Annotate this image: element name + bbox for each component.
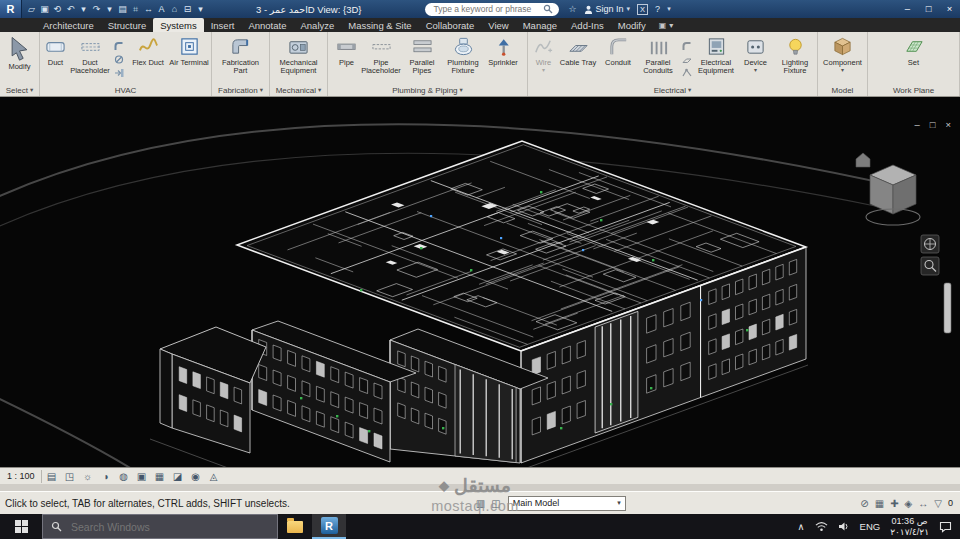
modify-button[interactable]: Modify (1, 33, 38, 85)
crop-view-icon[interactable]: ▣ (134, 469, 150, 483)
print-icon[interactable]: ▤ (116, 2, 129, 16)
help-dropdown-icon[interactable]: ▾ (667, 5, 671, 13)
tab-annotate[interactable]: Annotate (241, 18, 293, 32)
sprinkler-button[interactable]: Sprinkler (484, 33, 522, 85)
tab-systems[interactable]: Systems (153, 18, 203, 32)
cable-tray-button[interactable]: Cable Tray (558, 33, 598, 85)
exchange-apps-icon[interactable]: X (637, 4, 648, 15)
parallel-conduits-button[interactable]: Parallel Conduits (638, 33, 678, 85)
help-search-input[interactable] (431, 3, 539, 15)
undo-dropdown-icon[interactable]: ▾ (77, 2, 90, 16)
wire-button[interactable]: Wire▾ (530, 33, 557, 85)
reveal-hidden-elements-icon[interactable]: ◉ (188, 469, 204, 483)
set-button[interactable]: Set (903, 33, 925, 85)
select-links-icon[interactable]: ⊘ (860, 498, 868, 509)
select-underlay-elements-icon[interactable]: ▦ (875, 498, 884, 509)
language-indicator[interactable]: ENG (860, 521, 881, 532)
hidden-icons-chevron[interactable]: ∧ (798, 521, 805, 532)
sync-with-central-icon[interactable]: ⟲ (51, 2, 64, 16)
binoculars-search-icon[interactable] (543, 4, 553, 14)
undo-icon[interactable]: ↶ (64, 2, 77, 16)
shadows-icon[interactable]: ◑ (98, 469, 114, 483)
temporary-hide-isolate-icon[interactable]: ◪ (170, 469, 186, 483)
render-icon[interactable]: ◍ (116, 469, 132, 483)
view-close-button[interactable]: × (945, 119, 951, 130)
file-explorer-taskbar-button[interactable] (278, 514, 312, 539)
drag-elements-on-selection-icon[interactable]: ↔ (918, 498, 928, 509)
taskbar-search-box[interactable] (42, 514, 278, 539)
revit-app-button[interactable]: R (0, 0, 22, 18)
text-icon[interactable]: A (155, 2, 168, 16)
visual-style-icon[interactable]: ◳ (62, 469, 78, 483)
panel-electrical-label[interactable]: Electrical▾ (528, 84, 817, 96)
duct-button[interactable]: Duct (42, 33, 69, 85)
view-minimize-button[interactable]: – (914, 119, 919, 130)
design-options-select[interactable]: Main Model▾ (508, 496, 626, 511)
minimize-button[interactable]: – (897, 0, 918, 18)
pipe-button[interactable]: Pipe (333, 33, 360, 85)
panel-fabrication-label[interactable]: Fabrication▾ (212, 84, 269, 96)
close-button[interactable]: × (939, 0, 960, 18)
viewcube[interactable] (856, 153, 920, 225)
show-crop-region-icon[interactable]: ▦ (152, 469, 168, 483)
pipe-placeholder-button[interactable]: Pipe Placeholder (361, 33, 401, 85)
ribbon-display-toggle[interactable]: ▣ ▾ (653, 21, 680, 32)
aligned-dimension-icon[interactable]: ↔ (142, 2, 155, 16)
open-icon[interactable]: ▱ (25, 2, 38, 16)
tab-manage[interactable]: Manage (516, 18, 564, 32)
maximize-button[interactable]: □ (918, 0, 939, 18)
sun-path-icon[interactable]: ☼ (80, 469, 96, 483)
flex-duct-button[interactable]: Flex Duct (128, 33, 168, 85)
redo-dropdown-icon[interactable]: ▾ (103, 2, 116, 16)
default-3d-view-icon[interactable]: ⌂ (168, 2, 181, 16)
drawing-area[interactable]: – □ × (0, 97, 960, 467)
scale-button[interactable]: 1 : 100 (3, 470, 42, 483)
viewport-scrollbar-thumb[interactable] (944, 283, 951, 333)
electrical-equipment-button[interactable]: Electrical Equipment (696, 33, 736, 85)
mechanical-equipment-button[interactable]: Mechanical Equipment (279, 33, 319, 85)
filter-icon[interactable]: ▽ (934, 498, 942, 509)
duct-placeholder-button[interactable]: Duct Placeholder (70, 33, 110, 85)
help-icon[interactable]: ? (655, 4, 660, 14)
fabrication-part-button[interactable]: Fabrication Part (221, 33, 261, 85)
panel-plumbing-label[interactable]: Plumbing & Piping▾ (328, 84, 527, 96)
lighting-fixture-button[interactable]: Lighting Fixture (775, 33, 815, 85)
conduit-fitting-icon[interactable] (681, 41, 693, 52)
revit-taskbar-button[interactable]: R (312, 514, 346, 539)
action-center-icon[interactable] (939, 521, 952, 533)
parallel-pipes-button[interactable]: Parallel Pipes (402, 33, 442, 85)
tab-insert[interactable]: Insert (204, 18, 242, 32)
select-pinned-elements-icon[interactable]: ✚ (890, 498, 898, 509)
star-favorites-icon[interactable]: ☆ (568, 4, 576, 14)
worksets-icon[interactable]: ▥ (476, 498, 485, 509)
taskbar-clock[interactable]: 01:36 ص ٢٠١٧/٤/٢١ (890, 516, 929, 538)
tab-architecture[interactable]: Architecture (36, 18, 101, 32)
tab-massing-site[interactable]: Massing & Site (341, 18, 418, 32)
duct-accessory-icon[interactable] (113, 54, 125, 65)
save-icon[interactable]: ▣ (38, 2, 51, 16)
cable-tray-fitting-icon[interactable] (681, 54, 693, 65)
volume-icon[interactable] (838, 521, 850, 532)
tab-structure[interactable]: Structure (101, 18, 154, 32)
panel-select-label[interactable]: Select▾ (0, 84, 39, 96)
start-button[interactable] (0, 514, 42, 539)
section-icon[interactable]: ⊟ (181, 2, 194, 16)
sign-in-button[interactable]: Sign In ▾ (584, 4, 631, 14)
conduit-button[interactable]: Conduit (599, 33, 637, 85)
design-options-icon[interactable]: ◫ (491, 498, 500, 509)
duct-fitting-icon[interactable] (113, 41, 125, 52)
customize-qat-icon[interactable]: ▾ (194, 2, 207, 16)
network-icon[interactable] (815, 521, 828, 532)
help-search-box[interactable] (425, 3, 559, 16)
select-elements-by-face-icon[interactable]: ◈ (905, 498, 913, 509)
tab-analyze[interactable]: Analyze (293, 18, 341, 32)
plumbing-fixture-button[interactable]: Plumbing Fixture (443, 33, 483, 85)
navigation-bar[interactable] (921, 235, 939, 275)
model-canvas[interactable] (0, 97, 960, 467)
tab-modify[interactable]: Modify (611, 18, 653, 32)
tab-collaborate[interactable]: Collaborate (419, 18, 482, 32)
convert-placeholder-icon[interactable] (113, 67, 125, 78)
component-button[interactable]: Component▾ (824, 33, 862, 85)
tab-view[interactable]: View (481, 18, 515, 32)
detail-level-icon[interactable]: ▤ (44, 469, 60, 483)
